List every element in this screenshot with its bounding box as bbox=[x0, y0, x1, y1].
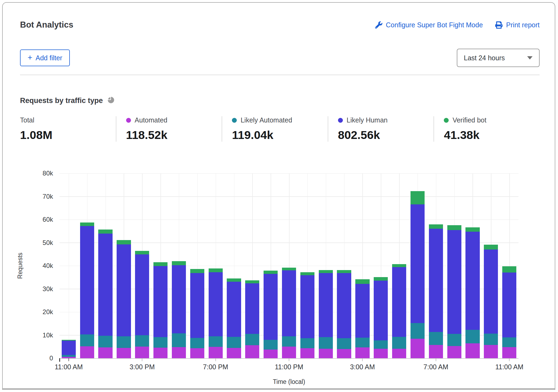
y-tick-label: 0 bbox=[29, 354, 53, 362]
x-tick-mark bbox=[142, 358, 142, 361]
bar-hour-14 bbox=[298, 173, 317, 358]
bar-hour-20 bbox=[408, 173, 427, 358]
time-range-dropdown[interactable]: Last 24 hours bbox=[457, 49, 540, 67]
bar-hour-6 bbox=[151, 173, 170, 358]
bar-segment-automated bbox=[98, 347, 112, 358]
y-tick-label: 30k bbox=[29, 285, 53, 293]
bar-segment-likely-automated bbox=[411, 323, 425, 339]
bar-stack bbox=[429, 173, 443, 358]
stat-automated-label: Automated bbox=[135, 116, 168, 124]
bar-segment-automated bbox=[62, 357, 76, 358]
bar-segment-automated bbox=[374, 349, 388, 358]
bar-segment-likely-human bbox=[98, 234, 112, 336]
bar-segment-likely-human bbox=[227, 282, 241, 337]
x-axis-title: Time (local) bbox=[60, 378, 518, 386]
section-title: Requests by traffic type bbox=[20, 97, 103, 105]
stat-likely-human-value: 802.56k bbox=[338, 128, 434, 142]
bar-segment-likely-human bbox=[300, 275, 314, 338]
stat-automated: Automated 118.52k bbox=[116, 116, 222, 142]
bar-stack bbox=[337, 173, 351, 358]
bar-segment-likely-automated bbox=[447, 334, 461, 346]
bar-segment-verified-bot bbox=[227, 278, 241, 282]
configure-super-bot-fight-mode-link[interactable]: Configure Super Bot Fight Mode bbox=[375, 21, 483, 29]
bar-segment-likely-automated bbox=[465, 330, 480, 343]
bar-segment-likely-automated bbox=[319, 337, 333, 349]
x-tick-mark bbox=[509, 358, 510, 361]
bar-hour-9 bbox=[206, 173, 225, 358]
automated-dot-icon bbox=[126, 118, 131, 123]
stat-verified-bot-value: 41.38k bbox=[444, 128, 540, 142]
bar-stack bbox=[502, 173, 516, 358]
stat-likely-automated-value: 119.04k bbox=[232, 128, 328, 142]
stat-likely-automated-label: Likely Automated bbox=[241, 116, 292, 124]
bar-segment-verified-bot bbox=[319, 270, 333, 273]
main-section: Requests by traffic type Total 1.08M Aut… bbox=[3, 75, 555, 386]
x-tick-mark bbox=[215, 358, 216, 361]
bottom-section-divider bbox=[3, 388, 555, 390]
bar-hour-19 bbox=[390, 173, 408, 358]
bar-segment-verified-bot bbox=[411, 191, 425, 205]
bar-segment-likely-human bbox=[429, 229, 443, 332]
bar-hour-3 bbox=[96, 173, 115, 358]
bar-hour-25 bbox=[500, 173, 518, 358]
bar-stack bbox=[484, 173, 498, 358]
bar-hour-21 bbox=[427, 173, 445, 358]
y-tick-label: 50k bbox=[29, 239, 53, 247]
bar-segment-likely-human bbox=[447, 230, 461, 334]
bar-segment-verified-bot bbox=[264, 271, 278, 274]
bar-segment-verified-bot bbox=[355, 279, 369, 284]
y-tick-label: 60k bbox=[29, 216, 53, 223]
bar-segment-verified-bot bbox=[392, 264, 406, 267]
bar-segment-likely-human bbox=[392, 267, 406, 337]
stat-total-value: 1.08M bbox=[20, 128, 116, 142]
y-tick-label: 10k bbox=[29, 331, 53, 339]
bar-segment-likely-automated bbox=[245, 334, 259, 345]
requests-chart: Requests 010k20k30k40k50k60k70k80k 11:00… bbox=[60, 173, 518, 386]
bar-segment-verified-bot bbox=[80, 222, 94, 226]
bar-segment-verified-bot bbox=[447, 225, 461, 230]
configure-link-label: Configure Super Bot Fight Mode bbox=[386, 21, 483, 29]
bar-segment-likely-automated bbox=[337, 338, 351, 349]
bar-stack bbox=[447, 173, 461, 358]
bar-stack bbox=[264, 173, 278, 358]
stat-likely-human: Likely Human 802.56k bbox=[328, 116, 434, 142]
bar-segment-likely-human bbox=[117, 244, 131, 336]
bar-segment-likely-automated bbox=[172, 333, 186, 347]
bar-segment-likely-automated bbox=[80, 334, 94, 346]
bar-segment-likely-human bbox=[282, 270, 296, 336]
bar-segment-likely-human bbox=[337, 273, 351, 338]
bar-stack bbox=[117, 173, 131, 358]
bar-segment-automated bbox=[264, 350, 278, 358]
bar-stack bbox=[374, 173, 388, 358]
bar-segment-verified-bot bbox=[465, 227, 480, 232]
x-tick-label: 3:00 AM bbox=[350, 363, 375, 371]
verified-bot-dot-icon bbox=[444, 118, 449, 123]
bar-segment-likely-human bbox=[484, 250, 498, 333]
y-tick-label: 80k bbox=[29, 170, 53, 177]
bar-segment-verified-bot bbox=[172, 261, 186, 265]
bar-hour-24 bbox=[482, 173, 500, 358]
bar-hour-23 bbox=[464, 173, 482, 358]
bar-segment-verified-bot bbox=[245, 280, 259, 283]
bar-hour-7 bbox=[170, 173, 188, 358]
bar-stack bbox=[282, 173, 296, 358]
bar-stack bbox=[209, 173, 223, 358]
bar-segment-likely-automated bbox=[484, 334, 498, 345]
bar-segment-verified-bot bbox=[300, 272, 314, 275]
bar-segment-automated bbox=[282, 347, 296, 358]
bar-hour-11 bbox=[243, 173, 261, 358]
stat-total: Total 1.08M bbox=[20, 116, 116, 142]
bar-segment-automated bbox=[190, 348, 204, 358]
bar-segment-verified-bot bbox=[135, 251, 149, 254]
bar-stack bbox=[245, 173, 259, 358]
bar-segment-automated bbox=[337, 349, 351, 358]
printer-icon bbox=[495, 21, 503, 29]
print-report-link[interactable]: Print report bbox=[495, 21, 540, 29]
bar-segment-verified-bot bbox=[190, 269, 204, 273]
bar-stack bbox=[300, 173, 314, 358]
bar-segment-automated bbox=[465, 343, 480, 358]
bar-segment-verified-bot bbox=[153, 262, 168, 266]
bar-segment-automated bbox=[80, 346, 94, 358]
bar-hour-5 bbox=[133, 173, 151, 358]
add-filter-button[interactable]: + Add filter bbox=[20, 49, 70, 66]
